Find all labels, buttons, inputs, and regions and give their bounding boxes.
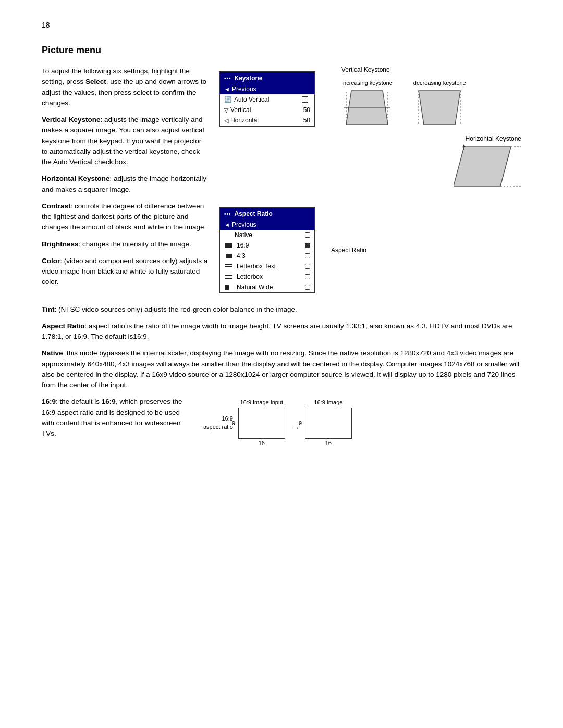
keystone-menu-previous[interactable]: ◄ Previous bbox=[220, 84, 314, 94]
ar-menu-dots: ••• bbox=[224, 211, 231, 217]
aspect-ratio-menu-title: ••• Aspect Ratio bbox=[220, 208, 314, 219]
ratio-169-diagram: 16:9aspect ratio 16:9 Image Input 9 16 →… bbox=[203, 399, 521, 446]
ratio-169-paragraph: 16:9: the default is 16:9, which preserv… bbox=[42, 397, 188, 439]
auto-vertical-icon: 🔄 bbox=[224, 96, 232, 103]
input-side-9: 9 bbox=[232, 420, 235, 426]
output-side-9: 9 bbox=[299, 420, 302, 426]
horizontal-keystone-label: Horizontal Keystone bbox=[219, 135, 521, 142]
vertical-keystone-para: Vertical Keystone: adjusts the image ver… bbox=[42, 115, 209, 167]
aspect-ratio-diagram-label: Aspect Ratio bbox=[331, 207, 366, 293]
lb-radio[interactable] bbox=[305, 274, 310, 279]
vertical-keystone-label: Vertical Keystone bbox=[341, 66, 466, 73]
page-title: Picture menu bbox=[42, 45, 521, 56]
increasing-keystone-diagram: Increasing keystone bbox=[341, 80, 393, 130]
aspect-ratio-paragraph: Aspect Ratio: aspect ratio is the ratio … bbox=[42, 321, 521, 342]
svg-marker-7 bbox=[454, 147, 511, 186]
ar-back-arrow-icon: ◄ bbox=[224, 221, 230, 228]
horizontal-icon: ◁ bbox=[224, 117, 228, 124]
svg-marker-12 bbox=[462, 144, 466, 147]
svg-marker-4 bbox=[419, 91, 460, 125]
lb-text-radio[interactable] bbox=[305, 264, 310, 269]
horizontal-keystone-svg bbox=[454, 144, 521, 191]
native-paragraph: Native: this mode bypasses the internal … bbox=[42, 348, 521, 390]
back-arrow-icon: ◄ bbox=[224, 86, 230, 92]
output-bottom-16: 16 bbox=[325, 440, 332, 446]
4-3-radio[interactable] bbox=[305, 253, 310, 258]
page-number: 18 bbox=[42, 21, 521, 29]
contrast-para: Contrast: controls the degree of differe… bbox=[42, 201, 209, 233]
ar-menu-4-3[interactable]: 4:3 bbox=[220, 251, 314, 261]
keystone-menu-auto-vertical[interactable]: 🔄 Auto Vertical bbox=[220, 94, 314, 105]
ar-menu-16-9[interactable]: 16:9 bbox=[220, 240, 314, 251]
intro-paragraph: To adjust the following six settings, hi… bbox=[42, 66, 209, 108]
keystone-menu-vertical[interactable]: ▽ Vertical 50 bbox=[220, 105, 314, 115]
menu-dots: ••• bbox=[224, 76, 231, 81]
brightness-para: Brightness: changes the intensity of the… bbox=[42, 239, 209, 250]
letterbox-text-icon bbox=[224, 264, 235, 269]
ar-menu-previous[interactable]: ◄ Previous bbox=[220, 219, 314, 230]
keystone-menu-title: ••• Keystone bbox=[220, 72, 314, 84]
auto-vertical-checkbox[interactable] bbox=[302, 96, 308, 103]
ar-menu-natural-wide[interactable]: Natural Wide bbox=[220, 282, 314, 292]
ar-menu-letterbox-text[interactable]: Letterbox Text bbox=[220, 261, 314, 272]
ar-menu-native[interactable]: Native bbox=[220, 230, 314, 240]
ar-menu-letterbox[interactable]: Letterbox bbox=[220, 272, 314, 282]
4-3-icon bbox=[224, 254, 235, 258]
input-bottom-16: 16 bbox=[259, 440, 265, 446]
aspect-ratio-menu: ••• Aspect Ratio ◄ Previous Native 16:9 bbox=[219, 207, 315, 293]
natural-wide-icon bbox=[224, 285, 235, 290]
ratio-output-label: 16:9 Image bbox=[314, 399, 342, 405]
nw-radio[interactable] bbox=[305, 285, 310, 290]
increasing-keystone-svg bbox=[344, 88, 390, 130]
native-radio[interactable] bbox=[305, 232, 310, 238]
keystone-menu-horizontal[interactable]: ◁ Horizontal 50 bbox=[220, 115, 314, 126]
keystone-menu: ••• Keystone ◄ Previous 🔄 Auto Vertical … bbox=[219, 71, 315, 127]
16-9-icon bbox=[224, 243, 235, 248]
16-9-radio[interactable] bbox=[305, 243, 310, 248]
color-para: Color: (video and component sources only… bbox=[42, 256, 209, 288]
decreasing-keystone-diagram: decreasing keystone bbox=[413, 80, 466, 130]
vertical-icon: ▽ bbox=[224, 107, 228, 114]
ratio-input-label: 16:9 Image Input bbox=[240, 399, 284, 405]
horizontal-keystone-para: Horizontal Keystone: adjusts the image h… bbox=[42, 174, 209, 195]
tint-paragraph: Tint: (NTSC video sources only) adjusts … bbox=[42, 304, 521, 315]
decreasing-keystone-svg bbox=[416, 88, 463, 130]
ratio-aspect-label: 16:9aspect ratio bbox=[203, 415, 233, 431]
letterbox-icon bbox=[224, 275, 235, 279]
